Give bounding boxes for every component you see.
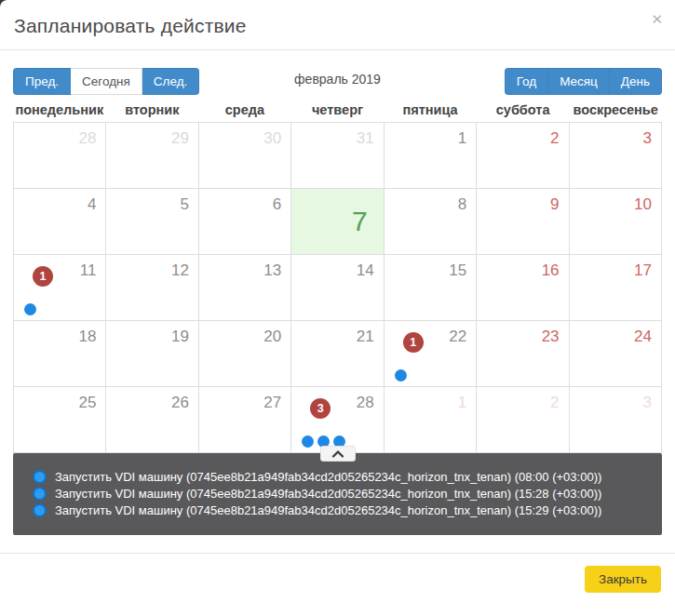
modal-footer: Закрыть xyxy=(0,553,675,605)
event-item: Запустить VDI машину (0745ee8b21a949fab3… xyxy=(13,468,662,485)
day-number: 13 xyxy=(263,261,281,280)
day-number: 7 xyxy=(352,206,368,237)
day-cell[interactable]: 2 xyxy=(477,123,569,189)
day-number: 12 xyxy=(171,261,189,280)
event-count-badge[interactable]: 3 xyxy=(310,398,331,419)
day-number: 18 xyxy=(79,328,97,346)
day-cell[interactable]: 6 xyxy=(199,189,291,255)
month-view-button[interactable]: Месяц xyxy=(548,68,610,95)
today-button[interactable]: Сегодня xyxy=(71,68,142,95)
events-tooltip-panel: Запустить VDI машину (0745ee8b21a949fab3… xyxy=(13,453,662,535)
day-number: 5 xyxy=(180,195,188,214)
day-cell[interactable]: 1 xyxy=(385,123,477,189)
day-number: 28 xyxy=(357,394,374,412)
day-number: 28 xyxy=(79,129,97,148)
day-number: 22 xyxy=(449,328,466,346)
day-cell[interactable]: 14 xyxy=(291,255,384,321)
day-cell[interactable]: 10 xyxy=(570,189,662,255)
day-cell[interactable]: 12 xyxy=(106,255,198,321)
day-number: 8 xyxy=(458,195,466,214)
event-dots xyxy=(395,369,407,382)
day-number: 3 xyxy=(643,394,652,412)
day-cell[interactable]: 111 xyxy=(14,255,106,321)
year-view-button[interactable]: Год xyxy=(505,68,549,95)
day-cell[interactable]: 31 xyxy=(291,123,384,189)
day-cell[interactable]: 1 xyxy=(385,387,477,453)
day-number: 29 xyxy=(171,129,189,148)
calendar-grid: 2829303112345678910111121314151617181920… xyxy=(13,122,662,453)
day-cell[interactable]: 15 xyxy=(385,255,477,321)
day-cell[interactable]: 221 xyxy=(385,321,477,387)
weekday-header: вторник xyxy=(106,102,199,117)
day-cell[interactable]: 20 xyxy=(199,321,291,387)
next-button[interactable]: След. xyxy=(142,68,199,95)
day-cell[interactable]: 5 xyxy=(106,189,198,255)
day-number: 17 xyxy=(634,261,652,280)
event-bullet-icon xyxy=(33,470,47,484)
day-cell[interactable]: 30 xyxy=(199,123,291,189)
day-cell[interactable]: 25 xyxy=(14,387,106,453)
events-list: Запустить VDI машину (0745ee8b21a949fab3… xyxy=(13,468,662,518)
day-cell[interactable]: 4 xyxy=(14,189,106,255)
day-number: 24 xyxy=(634,328,652,346)
weekday-header: пятница xyxy=(384,102,477,117)
day-cell[interactable]: 29 xyxy=(106,123,198,189)
event-item: Запустить VDI машину (0745ee8b21a949fab3… xyxy=(13,485,662,502)
day-number: 2 xyxy=(550,394,559,412)
day-cell[interactable]: 19 xyxy=(106,321,198,387)
day-number: 23 xyxy=(542,328,560,346)
day-number: 30 xyxy=(263,129,281,148)
event-dot[interactable] xyxy=(395,369,407,382)
weekday-header: понедельник xyxy=(13,102,106,117)
day-number: 31 xyxy=(357,129,374,148)
prev-button[interactable]: Пред. xyxy=(13,68,71,95)
day-number: 9 xyxy=(550,195,559,214)
day-number: 14 xyxy=(357,261,374,280)
day-view-button[interactable]: День xyxy=(610,68,662,95)
day-number: 26 xyxy=(171,394,189,412)
day-cell[interactable]: 9 xyxy=(477,189,569,255)
modal-header: Запланировать действие ✕ xyxy=(0,0,675,50)
close-icon[interactable]: ✕ xyxy=(651,12,663,26)
collapse-panel-button[interactable] xyxy=(320,446,356,462)
day-cell[interactable]: 23 xyxy=(477,321,569,387)
close-modal-button[interactable]: Закрыть xyxy=(585,566,661,593)
weekday-header: суббота xyxy=(477,102,570,117)
event-count-badge[interactable]: 1 xyxy=(33,266,53,287)
view-button-group: Год Месяц День xyxy=(505,68,662,95)
weekday-header: воскресенье xyxy=(569,102,662,117)
day-cell[interactable]: 16 xyxy=(477,255,569,321)
day-cell[interactable]: 283 xyxy=(291,387,384,453)
day-number: 20 xyxy=(263,328,281,346)
day-cell[interactable]: 8 xyxy=(385,189,477,255)
event-text: Запустить VDI машину (0745ee8b21a949fab3… xyxy=(55,487,601,501)
day-number: 3 xyxy=(643,129,652,148)
event-dot[interactable] xyxy=(302,435,314,448)
day-cell[interactable]: 17 xyxy=(570,255,662,321)
day-cell[interactable]: 27 xyxy=(199,387,291,453)
weekday-header: четверг xyxy=(291,102,385,117)
day-cell[interactable]: 3 xyxy=(570,123,662,189)
event-count-badge[interactable]: 1 xyxy=(403,332,424,353)
chevron-up-icon xyxy=(331,449,344,459)
day-cell[interactable]: 3 xyxy=(570,387,662,453)
day-cell[interactable]: 13 xyxy=(199,255,291,321)
event-bullet-icon xyxy=(33,503,47,517)
day-number: 2 xyxy=(550,129,559,148)
day-cell[interactable]: 28 xyxy=(14,123,106,189)
schedule-action-modal: Запланировать действие ✕ Пред. Сегодня С… xyxy=(0,0,675,616)
nav-button-group: Пред. Сегодня След. xyxy=(13,68,199,95)
event-dot[interactable] xyxy=(24,303,36,315)
day-cell[interactable]: 18 xyxy=(14,321,106,387)
day-cell[interactable]: 26 xyxy=(106,387,198,453)
day-number: 10 xyxy=(634,195,652,214)
day-cell[interactable]: 21 xyxy=(291,321,384,387)
weekday-header: среда xyxy=(198,102,291,117)
day-number: 27 xyxy=(263,394,281,412)
day-cell[interactable]: 7 xyxy=(291,189,384,255)
day-number: 19 xyxy=(171,328,189,346)
day-cell[interactable]: 24 xyxy=(570,321,662,387)
day-cell[interactable]: 2 xyxy=(477,387,569,453)
day-number: 6 xyxy=(273,195,281,214)
event-item: Запустить VDI машину (0745ee8b21a949fab3… xyxy=(13,502,662,518)
